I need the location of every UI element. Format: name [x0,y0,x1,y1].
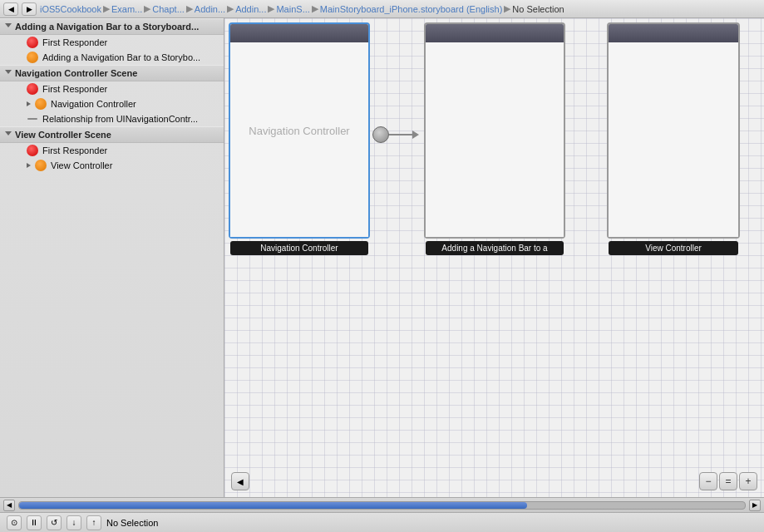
zoom-controls: − = + [699,472,757,490]
view-controller-header [609,24,738,42]
nav-controller-label: Navigation Controller [230,241,368,255]
nav-bar-controller-frame[interactable]: Adding a Navigation Bar to a [424,22,565,239]
nav-bar-controller-body [426,42,564,237]
section-2-triangle [5,131,12,139]
status-text: No Selection [106,518,158,528]
breadcrumb-item-2[interactable]: Chapt... [152,4,185,14]
sidebar-item-label-2: First Responder [42,84,107,94]
sidebar-section-0-label: Adding a Navigation Bar to a Storyboard.… [15,22,199,32]
sidebar-item-label-0: First Responder [42,37,107,47]
nav-controller-frame[interactable]: Navigation Controller Navigation Control… [229,22,370,239]
sidebar-section-1-label: Navigation Controller Scene [15,68,137,78]
sidebar: Adding a Navigation Bar to a Storyboard.… [0,18,224,497]
section-1-triangle [5,70,12,77]
connector-arrow [412,131,419,139]
scroll-left-button[interactable]: ◀ [3,500,15,511]
breadcrumb-item-3[interactable]: Addin... [195,4,225,14]
connector-circle [372,126,389,143]
breadcrumb-item-0[interactable]: iOS5Cookbook [40,4,101,14]
toolbar: ◀ ▶ iOS5Cookbook ▶ Exam... ▶ Chapt... ▶ … [0,0,764,18]
connector [372,126,419,143]
bottom-scrollbar: ◀ ▶ [0,497,764,512]
sidebar-item-relationship[interactable]: Relationship from UINavigationContr... [0,111,224,126]
forward-button[interactable]: ▶ [22,2,37,16]
main-area: Adding a Navigation Bar to a Storyboard.… [0,18,764,497]
zoom-out-button[interactable]: − [699,472,717,490]
nav-bar-controller-header [426,24,564,42]
sidebar-item-nav-controller[interactable]: Navigation Controller [0,96,224,111]
red-icon-0 [27,37,38,48]
view-controller-body [609,42,738,237]
orange-icon-1 [35,98,47,110]
connector-line [389,134,412,135]
section-0-triangle [5,23,12,31]
nav-controller-text: Navigation Controller [249,125,349,137]
view-controller-frame[interactable]: View Controller [607,22,740,239]
zoom-fit-button[interactable]: = [719,472,737,490]
nav-ctrl-triangle [27,101,31,106]
breadcrumb-item-6[interactable]: MainStoryboard_iPhone.storyboard (Englis… [320,4,503,14]
orange-icon-0 [27,52,38,63]
status-icon-2[interactable]: ↺ [47,515,62,530]
breadcrumb-item-4[interactable]: Addin... [235,4,266,14]
sidebar-section-2-label: View Controller Scene [15,130,111,140]
sidebar-item-label-1: Adding a Navigation Bar to a Storybo... [42,52,200,62]
view-ctrl-triangle [27,163,31,168]
breadcrumb: iOS5Cookbook ▶ Exam... ▶ Chapt... ▶ Addi… [40,3,761,14]
nav-bar-controller-label: Adding a Navigation Bar to a [426,241,564,255]
sidebar-item-first-responder-0[interactable]: First Responder [0,35,224,50]
status-icon-0[interactable]: ⊙ [7,515,22,530]
nav-controller-header [230,24,368,42]
sidebar-section-2[interactable]: View Controller Scene [0,126,224,143]
scroll-right-button[interactable]: ▶ [749,500,761,511]
nav-controller-body: Navigation Controller [230,42,368,237]
breadcrumb-item-1[interactable]: Exam... [111,4,142,14]
zoom-in-button[interactable]: + [739,472,757,490]
scrollbar-track[interactable] [18,501,746,510]
sidebar-item-view-controller[interactable]: View Controller [0,158,224,173]
red-icon-1 [27,83,38,95]
sidebar-item-label-6: View Controller [51,160,112,170]
dash-icon [27,113,38,125]
back-button[interactable]: ◀ [3,2,18,16]
sidebar-item-nav-bar[interactable]: Adding a Navigation Bar to a Storybo... [0,50,224,65]
sidebar-section-1[interactable]: Navigation Controller Scene [0,65,224,81]
sidebar-item-label-4: Relationship from UINavigationContr... [42,114,198,124]
red-icon-2 [27,145,38,156]
sidebar-item-first-responder-1[interactable]: First Responder [0,81,224,96]
canvas[interactable]: Navigation Controller Navigation Control… [224,18,764,497]
status-bar: ⊙ ⏸ ↺ ↓ ↑ No Selection [0,512,764,532]
status-icon-4[interactable]: ↑ [86,515,101,530]
sidebar-item-label-3: Navigation Controller [51,99,136,109]
sidebar-item-first-responder-2[interactable]: First Responder [0,143,224,158]
sidebar-item-label-5: First Responder [42,145,107,155]
orange-icon-2 [35,160,47,171]
sidebar-section-0[interactable]: Adding a Navigation Bar to a Storyboard.… [0,18,224,35]
canvas-scroll-left-button[interactable]: ◀ [231,472,249,490]
view-controller-label: View Controller [609,241,738,255]
status-icon-1[interactable]: ⏸ [27,515,42,530]
scrollbar-thumb [19,502,527,509]
status-icon-3[interactable]: ↓ [67,515,81,530]
breadcrumb-current: No Selection [512,4,564,14]
breadcrumb-item-5[interactable]: MainS... [276,4,309,14]
